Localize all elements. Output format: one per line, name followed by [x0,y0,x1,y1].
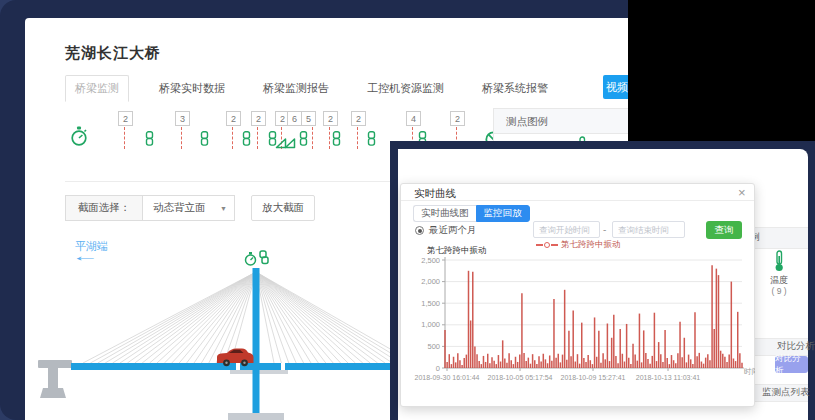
temperature-count: ( 9 ) [763,286,795,296]
sensor-dashed-line [312,127,313,149]
sensor-dashed-line [181,127,182,149]
chain-sensor-icon[interactable] [241,131,252,150]
tower-chain-icon[interactable] [260,251,268,264]
svg-text:2018-10-13 11:03:41: 2018-10-13 11:03:41 [636,374,701,381]
dialog-header-divider [401,200,754,201]
sensor-count-badge: 5 [301,111,316,126]
dialog-tab-0[interactable]: 实时曲线图 [413,205,476,222]
svg-text:500: 500 [427,342,440,351]
chain-sensor-icon[interactable] [298,131,309,150]
legend-circle-icon [544,242,550,248]
bridge-pylon [253,268,260,415]
tilt-sensor-icon[interactable] [284,135,296,153]
chain-sensor-icon[interactable] [199,131,210,150]
section-select-dropdown[interactable]: 动态背立面 ▼ [142,195,235,221]
svg-text:时间: 时间 [744,367,755,376]
chevron-down-icon: ▼ [220,205,227,212]
svg-text:2018-09-30 16:01:44: 2018-09-30 16:01:44 [415,374,480,381]
sensor-count-badge: 4 [406,111,421,126]
chain-sensor-icon[interactable] [331,131,342,150]
sensor-count-badge: 2 [226,111,241,126]
compare-analysis-button[interactable]: 对比分析 [775,356,808,373]
dialog-title: 实时曲线 [414,187,456,201]
close-icon[interactable]: × [738,185,746,200]
sensor-dashed-line [357,127,358,149]
svg-text:2,000: 2,000 [421,277,440,286]
sensor-dashed-line [124,127,125,149]
dialog-tab-1[interactable]: 监控回放 [476,205,530,222]
tower-gauge-icon[interactable] [246,252,256,265]
dialog-tab-bar: 实时曲线图监控回放 [413,205,530,222]
thermometer-icon[interactable] [773,250,785,276]
zoom-section-button[interactable]: 放大截面 [251,195,315,221]
bridge-pier [38,360,72,398]
recent-two-months-label: 最近两个月 [429,224,477,237]
stopwatch-icon[interactable] [69,126,89,152]
sensor-dashed-line [232,127,233,149]
screen: 芜湖长江大桥 桥梁监测桥梁实时数据桥梁监测报告工控机资源监测桥梁系统报警 视频监… [0,0,815,420]
legend-line-icon [551,244,558,246]
query-end-time-input[interactable] [612,221,685,238]
sensor-count-badge: 2 [251,111,266,126]
sensor-count-badge: 2 [323,111,338,126]
legend-panel-title: 测点图例 [506,115,548,129]
sensor-count-badge: 2 [450,111,465,126]
bridge-deck [71,363,392,374]
svg-text:1,500: 1,500 [421,299,440,308]
legend-line-icon [536,244,543,246]
section-select-value: 动态背立面 [153,201,206,215]
sensor-count-badge: 2 [351,111,366,126]
sidebar-point-list-title: 监测点列表 [762,383,810,401]
chain-sensor-icon[interactable] [366,131,377,150]
sensor-count-badge: 2 [118,111,133,126]
range-separator: - [603,224,606,235]
svg-text:1,000: 1,000 [421,320,440,329]
chart-legend-label: 第七跨跨中振动 [561,239,621,249]
query-button[interactable]: 查询 [706,221,742,239]
chain-sensor-icon[interactable] [144,131,155,150]
svg-text:2,500: 2,500 [421,256,440,265]
svg-text:2018-10-09 15:27:41: 2018-10-09 15:27:41 [561,374,626,381]
recent-two-months-radio[interactable] [415,226,424,235]
black-window [628,0,815,141]
sensor-dashed-line [257,127,258,149]
vibration-chart[interactable]: 05001,0001,5002,0002,5002018-09-30 16:01… [410,250,755,405]
query-start-time-input[interactable] [533,221,600,238]
sensor-count-badge: 6 [287,111,302,126]
bridge-foundation [228,413,284,420]
bridge-diagram [25,230,392,420]
sensor-count-badge: 3 [175,111,190,126]
svg-text:0: 0 [436,364,440,373]
svg-text:2018-10-05 05:17:54: 2018-10-05 05:17:54 [488,374,553,381]
section-select-label: 截面选择： [65,195,143,221]
sensor-dashed-line [329,127,330,149]
